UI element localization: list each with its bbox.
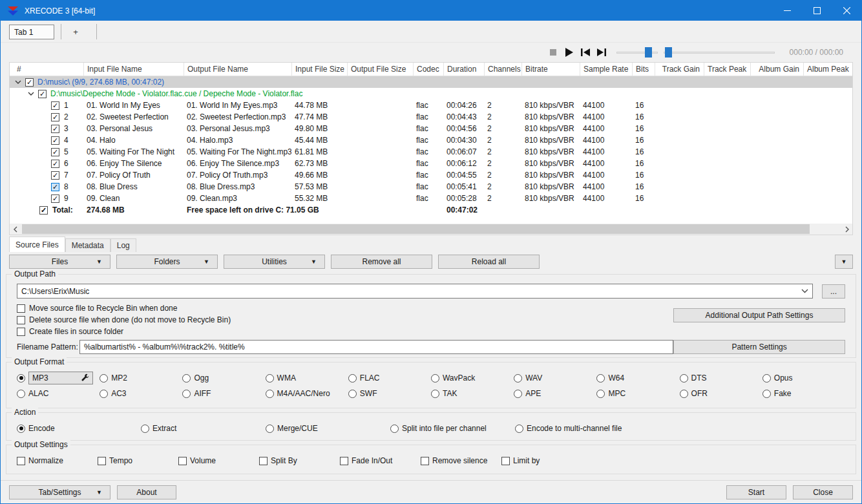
- scroll-right-arrow-icon[interactable]: [841, 224, 852, 235]
- volume-slider[interactable]: [616, 47, 658, 58]
- browse-button[interactable]: ...: [822, 284, 845, 299]
- column-header-input-file-name[interactable]: Input File Name: [83, 63, 184, 76]
- format-option-tak[interactable]: TAK: [431, 387, 514, 400]
- column-header-track-peak[interactable]: Track Peak: [704, 63, 750, 76]
- setting-option-tempo[interactable]: Tempo: [98, 454, 178, 467]
- format-option-w64[interactable]: W64: [596, 372, 679, 384]
- track-checkbox[interactable]: ✓: [51, 148, 59, 156]
- utilities-button[interactable]: Utilities ▼: [224, 255, 325, 269]
- scrollbar-thumb[interactable]: [22, 224, 810, 234]
- chevron-down-icon[interactable]: ▼: [96, 258, 102, 265]
- checkbox-unchecked[interactable]: [259, 457, 268, 465]
- checkbox-unchecked[interactable]: [17, 304, 25, 313]
- track-checkbox[interactable]: ✓: [51, 113, 59, 121]
- setting-option-fade-in-out[interactable]: Fade In/Out: [340, 454, 421, 467]
- more-options-button[interactable]: ▼: [835, 255, 853, 269]
- tab-settings-button[interactable]: Tab/Settings ▼: [9, 485, 110, 499]
- horizontal-scrollbar[interactable]: [10, 224, 852, 235]
- checkbox-unchecked[interactable]: [421, 457, 429, 465]
- stop-button[interactable]: [548, 47, 558, 58]
- chevron-down-icon[interactable]: ▼: [311, 258, 317, 265]
- column-header-track-gain[interactable]: Track Gain: [655, 63, 704, 76]
- setting-option-normalize[interactable]: Normalize: [17, 454, 98, 467]
- output-path-option[interactable]: Create files in source folder: [17, 326, 845, 337]
- radio-unselected[interactable]: [266, 374, 274, 383]
- format-option-wavpack[interactable]: WavPack: [431, 372, 514, 384]
- radio-unselected[interactable]: [431, 390, 439, 398]
- filename-pattern-input[interactable]: %albumartist% - %album%\%track2%. %title…: [79, 340, 673, 354]
- chevron-down-icon[interactable]: [801, 289, 808, 293]
- remove-all-button[interactable]: Remove all: [331, 255, 432, 269]
- album-file-row[interactable]: ✓ D:\music\Depeche Mode - Violator.flac.…: [10, 88, 852, 100]
- radio-unselected[interactable]: [100, 374, 108, 383]
- folder-checkbox[interactable]: ✓: [25, 78, 34, 87]
- action-option-encode[interactable]: Encode: [17, 422, 141, 435]
- format-option-ac3[interactable]: AC3: [100, 387, 182, 400]
- track-checkbox[interactable]: ✓: [51, 125, 59, 133]
- seek-slider-thumb[interactable]: [665, 47, 672, 58]
- format-option-ofr[interactable]: OFR: [680, 387, 762, 400]
- output-path-input[interactable]: C:\Users\Erix\Music: [17, 284, 813, 299]
- format-option-aiff[interactable]: AIFF: [182, 387, 265, 400]
- checkbox-unchecked[interactable]: [501, 457, 510, 465]
- radio-unselected[interactable]: [762, 390, 771, 398]
- checkbox-unchecked[interactable]: [340, 457, 348, 465]
- format-option-wma[interactable]: WMA: [266, 372, 348, 384]
- column-header-bitrate[interactable]: Bitrate: [521, 63, 580, 76]
- action-option-split-into-file-per-channel[interactable]: Split into file per channel: [390, 422, 515, 435]
- column-header-album-peak[interactable]: Album Peak: [803, 63, 853, 76]
- track-row[interactable]: ✓202. Sweetest Perfection02. Sweetest Pe…: [10, 111, 852, 123]
- checkbox-unchecked[interactable]: [178, 457, 187, 465]
- setting-option-limit-by[interactable]: Limit by: [501, 454, 582, 467]
- track-checkbox[interactable]: ✓: [51, 160, 59, 168]
- track-checkbox[interactable]: ✓: [51, 171, 59, 180]
- tab-1[interactable]: Tab 1: [9, 25, 54, 39]
- source-folder-row[interactable]: ✓ D:\music\ (9/9, 274.68 MB, 00:47:02): [10, 76, 852, 88]
- track-row[interactable]: ✓707. Policy Of Truth07. Policy Of Truth…: [10, 169, 852, 181]
- maximize-button[interactable]: [802, 1, 832, 21]
- radio-unselected[interactable]: [266, 425, 274, 433]
- collapse-chevron-icon[interactable]: [15, 80, 21, 84]
- tab-metadata[interactable]: Metadata: [65, 238, 110, 252]
- format-option-fake[interactable]: Fake: [762, 387, 845, 400]
- radio-unselected[interactable]: [680, 390, 688, 398]
- collapse-chevron-icon[interactable]: [28, 92, 34, 96]
- about-button[interactable]: About: [117, 485, 176, 499]
- radio-unselected[interactable]: [141, 425, 149, 433]
- radio-unselected[interactable]: [596, 390, 605, 398]
- setting-option-split-by[interactable]: Split By: [259, 454, 340, 467]
- radio-unselected[interactable]: [680, 374, 688, 383]
- radio-unselected[interactable]: [182, 390, 191, 398]
- seek-slider[interactable]: [664, 47, 775, 58]
- folders-button[interactable]: Folders ▼: [116, 255, 218, 269]
- track-checkbox[interactable]: ✓: [51, 183, 59, 191]
- format-option-mp2[interactable]: MP2: [100, 372, 182, 384]
- previous-track-button[interactable]: [580, 47, 591, 58]
- radio-unselected[interactable]: [266, 390, 274, 398]
- track-row[interactable]: ✓909. Clean09. Clean.mp355.32 MBflac00:0…: [10, 193, 852, 204]
- radio-selected[interactable]: [17, 374, 25, 383]
- play-button[interactable]: [564, 47, 574, 58]
- files-button[interactable]: Files ▼: [9, 255, 110, 269]
- track-row[interactable]: ✓404. Halo04. Halo.mp345.44 MBflac00:04:…: [10, 134, 852, 146]
- radio-unselected[interactable]: [762, 374, 771, 383]
- setting-option-remove-silence[interactable]: Remove silence: [421, 454, 501, 467]
- action-option-encode-to-multi-channel-file[interactable]: Encode to multi-channel file: [515, 422, 845, 435]
- selected-format-box[interactable]: MP3: [28, 372, 93, 384]
- radio-unselected[interactable]: [100, 390, 108, 398]
- radio-selected[interactable]: [17, 425, 25, 433]
- minimize-button[interactable]: [772, 1, 802, 21]
- column-header--[interactable]: #: [10, 63, 83, 76]
- radio-unselected[interactable]: [514, 374, 522, 383]
- action-option-extract[interactable]: Extract: [141, 422, 266, 435]
- format-option-dts[interactable]: DTS: [680, 372, 762, 384]
- radio-unselected[interactable]: [515, 425, 523, 433]
- wrench-icon[interactable]: [81, 373, 89, 383]
- close-button[interactable]: Close: [793, 485, 853, 499]
- format-option-swf[interactable]: SWF: [348, 387, 431, 400]
- column-header-duration[interactable]: Duration: [443, 63, 484, 76]
- checkbox-unchecked[interactable]: [17, 316, 25, 324]
- add-tab-button[interactable]: +: [61, 24, 90, 39]
- radio-unselected[interactable]: [348, 390, 357, 398]
- column-header-bits[interactable]: Bits: [632, 63, 655, 76]
